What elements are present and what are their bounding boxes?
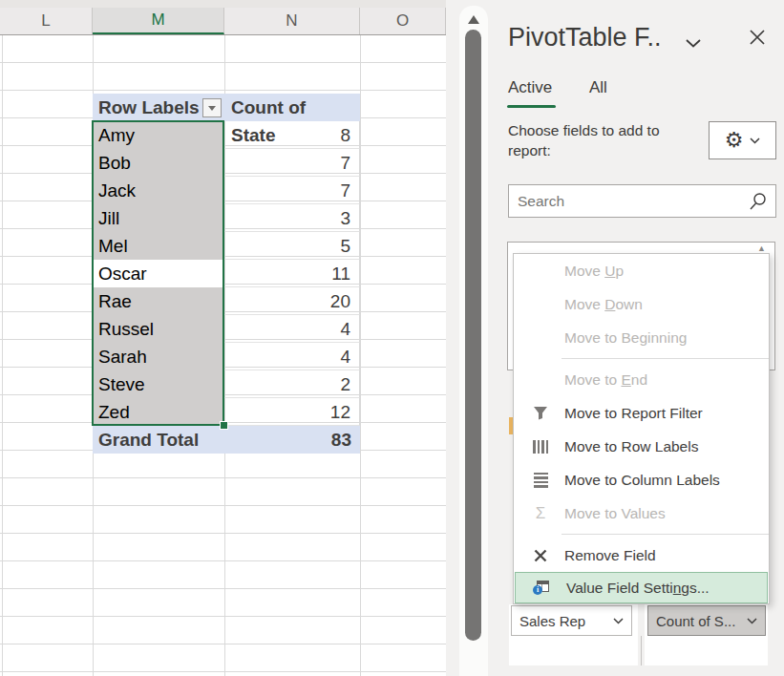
value-cell[interactable]: 20	[224, 287, 360, 315]
column-header-O[interactable]: O	[360, 8, 446, 34]
value-cell[interactable]: 2	[224, 370, 360, 398]
row-label-cell[interactable]: Jill	[93, 204, 224, 232]
menu-item-move-to-report-filter[interactable]: Move to Report Filter	[514, 396, 769, 430]
menu-item-label: Move to Values	[564, 505, 666, 521]
pane-options-chevron-icon[interactable]	[686, 34, 701, 52]
grand-total-label-cell[interactable]: Grand Total	[93, 426, 224, 454]
sheet-top-strip	[0, 0, 456, 8]
pivot-row-amy[interactable]: Amy8	[93, 121, 360, 149]
pivot-row-jill[interactable]: Jill3	[93, 204, 360, 232]
pane-title: PivotTable F..	[508, 23, 662, 53]
menu-item-move-to-row-labels[interactable]: Move to Row Labels	[514, 430, 769, 463]
column-header-N[interactable]: N	[224, 8, 360, 34]
pivot-row-rae[interactable]: Rae20	[93, 287, 360, 315]
row-label-cell[interactable]: Sarah	[93, 343, 224, 370]
remove-icon	[529, 539, 552, 572]
value-cell[interactable]: 4	[224, 315, 360, 343]
row-label-cell[interactable]: Jack	[93, 177, 224, 204]
pivot-row-sarah[interactable]: Sarah4	[93, 343, 360, 370]
value-cell[interactable]: 12	[224, 398, 360, 426]
menu-item-move-to-beginning: Move to Beginning	[514, 321, 769, 354]
row-label-cell[interactable]: Rae	[93, 287, 224, 315]
fields-list-scroll-up-icon[interactable]: ▲	[757, 243, 766, 253]
value-cell[interactable]: 7	[224, 149, 360, 177]
areas-divider	[641, 636, 642, 665]
pivot-row-jack[interactable]: Jack7	[93, 177, 360, 204]
row-label-cell[interactable]: Zed	[93, 398, 224, 426]
active-tab-underline	[507, 105, 556, 108]
menu-separator	[562, 534, 769, 535]
grand-total-value-cell[interactable]: 83	[224, 426, 360, 454]
tab-all[interactable]: All	[589, 78, 607, 97]
row-label-cell[interactable]: Oscar	[93, 260, 224, 287]
menu-item-label: Value Field Settings...	[566, 580, 710, 596]
menu-item-label: Move to End	[564, 371, 647, 388]
menu-item-label: Move Down	[564, 296, 643, 312]
menu-separator	[562, 358, 769, 359]
menu-item-move-to-values: ΣMove to Values	[514, 496, 769, 530]
pivot-row-bob[interactable]: Bob7	[93, 149, 360, 177]
grand-total-row[interactable]: Grand Total 83	[93, 426, 360, 454]
row-label-cell[interactable]: Mel	[93, 232, 224, 260]
value-cell[interactable]: 8	[224, 121, 360, 149]
field-search-box[interactable]	[508, 184, 776, 218]
menu-item-move-to-column-labels[interactable]: Move to Column Labels	[514, 463, 769, 496]
selection-fill-handle[interactable]	[220, 421, 228, 430]
menu-item-remove-field[interactable]: Remove Field	[514, 539, 769, 572]
column-header-L[interactable]: L	[0, 8, 93, 34]
menu-item-label: Move to Beginning	[564, 329, 687, 346]
pivot-row-steve[interactable]: Steve2	[93, 370, 360, 398]
scrollbar-up-arrow-icon[interactable]	[468, 15, 479, 24]
pivot-header-row[interactable]: Row Labels Count of State	[93, 94, 360, 121]
row-label-cell[interactable]: Steve	[93, 370, 224, 398]
column-header-M[interactable]: M	[93, 8, 224, 34]
chip-dropdown-chevron-icon[interactable]	[747, 618, 757, 624]
pivot-table[interactable]: Row Labels Count of State Amy8Bob7Jack7J…	[93, 94, 360, 454]
filter-dropdown-icon	[208, 106, 216, 111]
value-cell[interactable]: 11	[224, 260, 360, 287]
field-context-menu: Move UpMove DownMove to BeginningMove to…	[513, 253, 770, 604]
column-labels-icon	[529, 463, 552, 496]
values-field-chip-label: Count of S...	[656, 613, 743, 629]
count-of-state-header-cell[interactable]: Count of State	[224, 94, 360, 121]
chip-dropdown-chevron-icon[interactable]	[613, 618, 624, 624]
menu-item-move-up: Move Up	[514, 254, 769, 287]
value-cell[interactable]: 7	[224, 177, 360, 204]
value-cell[interactable]: 4	[224, 343, 360, 370]
menu-item-label: Move to Report Filter	[564, 405, 703, 421]
menu-item-value-field-settings[interactable]: iValue Field Settings...	[515, 572, 768, 603]
tools-button[interactable]: ⚙	[709, 121, 776, 159]
pane-close-icon[interactable]	[749, 29, 766, 50]
choose-fields-label: Choose fields to add to report:	[508, 120, 699, 160]
tab-active[interactable]: Active	[508, 78, 552, 97]
value-cell[interactable]: 5	[224, 232, 360, 260]
sigma-icon: Σ	[529, 496, 552, 530]
rows-field-chip-label: Sales Rep	[519, 613, 609, 629]
row-labels-filter-button[interactable]	[202, 98, 222, 117]
row-label-cell[interactable]: Russel	[93, 315, 224, 343]
row-label-cell[interactable]: Bob	[93, 149, 224, 177]
pivot-row-mel[interactable]: Mel5	[93, 232, 360, 260]
filter-icon	[529, 396, 552, 430]
gear-icon: ⚙	[725, 130, 744, 151]
values-field-chip[interactable]: Count of S...	[647, 605, 766, 636]
row-labels-icon	[529, 430, 552, 463]
menu-item-label: Move to Column Labels	[564, 472, 720, 488]
row-label-cell[interactable]: Amy	[93, 121, 224, 149]
value-cell[interactable]: 3	[224, 204, 360, 232]
menu-item-move-down: Move Down	[514, 287, 769, 321]
pivot-row-oscar[interactable]: Oscar11	[93, 260, 360, 287]
menu-item-move-to-end: Move to End	[514, 363, 769, 396]
worksheet[interactable]: LMNO Row Labels Count of State Amy8Bob7J…	[0, 0, 456, 676]
search-icon	[749, 192, 768, 211]
pivot-data-rows: Amy8Bob7Jack7Jill3Mel5Oscar11Rae20Russel…	[93, 121, 360, 426]
menu-item-label: Remove Field	[564, 547, 656, 563]
menu-item-label: Move Up	[564, 263, 624, 279]
vertical-scrollbar-thumb[interactable]	[465, 30, 481, 641]
column-header-row: LMNO	[0, 8, 446, 35]
value-field-settings-icon: i	[531, 573, 554, 602]
search-input[interactable]	[509, 192, 749, 211]
pivot-row-russel[interactable]: Russel4	[93, 315, 360, 343]
rows-field-chip[interactable]: Sales Rep	[511, 605, 632, 636]
menu-item-label: Move to Row Labels	[564, 438, 698, 454]
